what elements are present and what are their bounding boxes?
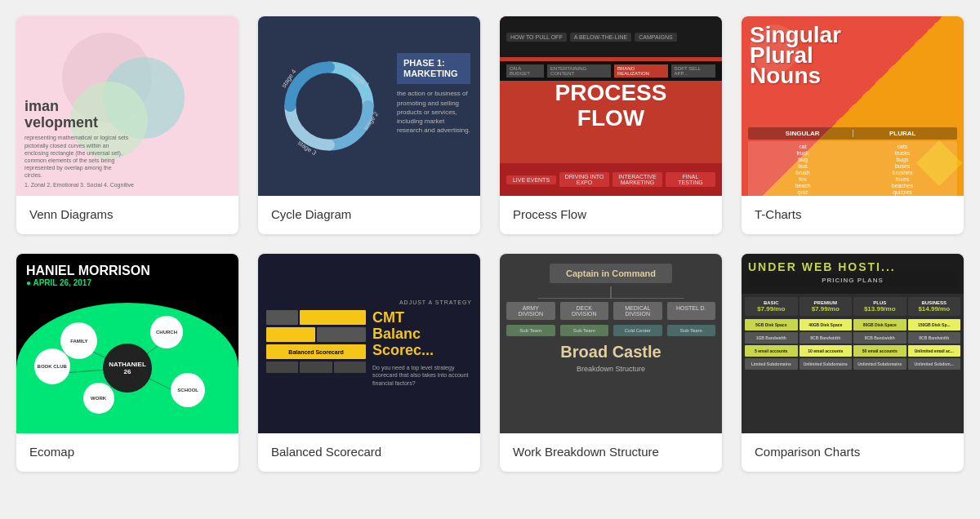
- comp-cell-1-4: 150GB Disk Sp...: [908, 319, 961, 330]
- thumbnail-cycle: stage 1 stage 2 stage 3 stage 4 PHASE 1:…: [258, 16, 480, 196]
- comp-top-area: UNDER WEB HOSTI... PRICING PLANS: [742, 254, 964, 294]
- scorecard-top-grid: [266, 310, 366, 325]
- scorecard-box-2: [300, 310, 366, 325]
- process-footer-3: INTERACTIVE MARKETING: [612, 172, 662, 187]
- scorecard-balanced-label: Balanced Scorecard: [288, 349, 343, 355]
- comp-plan-plus: PLUS $13.99/mo: [853, 297, 906, 316]
- process-tag-1: HOW TO PULL OFF: [506, 33, 567, 42]
- comp-cell-1-2: 40GB Disk Space: [800, 319, 853, 330]
- tcharts-row-7: quizquizzes: [753, 189, 952, 195]
- card-tcharts[interactable]: SingularPluralNouns SINGULAR PLURAL catc…: [742, 16, 964, 234]
- comp-cell-2-4: 8CB Bandwidth: [908, 332, 961, 344]
- process-nav-bar: ON A BUDGET ENTERTAINING CONTENT BRAND R…: [500, 61, 722, 81]
- ecomap-center: NATHANIEL26: [103, 344, 152, 393]
- thumbnail-tcharts: SingularPluralNouns SINGULAR PLURAL catc…: [742, 16, 964, 196]
- tcharts-divider: [853, 130, 853, 137]
- tcharts-row-5: foxfoxes: [753, 176, 952, 182]
- scorecard-box-3: [266, 327, 315, 342]
- card-label-wbs: Work Breakdown Structure: [500, 433, 722, 472]
- scorecard-box-1: [266, 310, 298, 325]
- wbs-army: ARMY DIVISION: [506, 302, 555, 320]
- wbs-big-title: Broad Castle: [560, 343, 661, 362]
- ecomap-satellite-church: CHURCH: [150, 316, 183, 348]
- scorecard-main-area: Balanced Scorecard CMTBalancScorec... Do…: [266, 310, 472, 388]
- ecomap-satellite-school: SCHOOL: [171, 373, 205, 407]
- card-comparison[interactable]: UNDER WEB HOSTI... PRICING PLANS BASIC $…: [742, 254, 964, 472]
- comp-cell-4-4: Unlimited Subdom...: [908, 358, 961, 370]
- wbs-hostel: HOSTEL D.: [667, 302, 716, 320]
- comp-cell-1-1: 5GB Disk Space: [745, 319, 798, 330]
- thumbnail-ecomap: HANIEL MORRISON ● APRIL 26, 2017 NATHANI…: [16, 254, 238, 433]
- comp-cell-2-1: 1GB Bandwidth: [745, 332, 798, 344]
- tcharts-row-4: brushbrushes: [753, 170, 952, 175]
- scorecard-cmt-title: CMTBalancScorec...: [372, 310, 472, 358]
- thumbnail-wbs: Captain in Command ARMY DIVISION DECK DI…: [500, 254, 722, 433]
- tcharts-col-singular: SINGULAR: [753, 130, 853, 137]
- tcharts-col-plural: PLURAL: [853, 130, 953, 137]
- process-footer-4: FINAL TESTING: [666, 172, 715, 187]
- ecomap-person-name: HANIEL MORRISON: [26, 264, 150, 278]
- comp-plan-premium-price: $7.99/mo: [801, 305, 851, 313]
- tcharts-row-3: busbuses: [753, 163, 952, 169]
- comp-feature-row-1: 5GB Disk Space 40GB Disk Space 80GB Disk…: [742, 319, 964, 332]
- scorecard-strategy-label: ADJUST A STRATEGY: [266, 299, 472, 305]
- scorecard-box-7: [334, 362, 366, 373]
- tcharts-word-rows: catcats trucktrucks bugbugs busbuses bru…: [748, 141, 957, 196]
- scorecard-box-4: [317, 327, 366, 342]
- ecomap-header: HANIEL MORRISON ● APRIL 26, 2017: [26, 264, 150, 287]
- wbs-division-row: ARMY DIVISION DECK DIVISION MEDICAL DIVI…: [506, 302, 715, 320]
- venn-numbered: 1. Zonal 2. Emotional 3. Social 4. Cogni…: [24, 182, 134, 188]
- tcharts-header-row: SINGULAR PLURAL: [748, 127, 957, 140]
- comp-cell-2-3: 8CB Bandwidth: [853, 332, 906, 344]
- comp-plans-header: BASIC $7.99/mo PREMIUM $7.99/mo PLUS $13…: [742, 294, 964, 319]
- scorecard-description: Do you need a top level strategy scoreca…: [372, 364, 472, 388]
- ecomap-satellite-family: FAMILY: [60, 322, 97, 359]
- comp-cell-4-1: Limited Subdomains: [745, 358, 798, 370]
- tcharts-table-area: SINGULAR PLURAL catcats trucktrucks bugb…: [742, 16, 964, 196]
- process-tag-3: CAMPAIGNS: [635, 33, 677, 42]
- comp-hosting-title: UNDER WEB HOSTI...: [748, 260, 957, 273]
- comp-plan-premium: PREMIUM $7.99/mo: [800, 297, 853, 316]
- comp-cell-3-2: 10 email accounts: [800, 345, 853, 357]
- comp-pricing-subtitle: PRICING PLANS: [748, 273, 957, 287]
- thumbnail-venn: imanvelopment representing mathematical …: [16, 16, 238, 196]
- ecomap-satellite-work: WORK: [83, 383, 114, 414]
- process-footer: LIVE EVENTS DRIVING INTO EXPO INTERACTIV…: [500, 163, 722, 196]
- thumbnail-comparison: UNDER WEB HOSTI... PRICING PLANS BASIC $…: [742, 254, 964, 433]
- comp-cell-3-1: 5 email accounts: [745, 345, 798, 357]
- comp-feature-row-2: 1GB Bandwidth 8CB Bandwidth 8CB Bandwidt…: [742, 332, 964, 345]
- wbs-connector-top: [506, 286, 715, 299]
- comp-plan-business-price: $14.99/mo: [910, 305, 960, 313]
- comp-cell-2-2: 8CB Bandwidth: [800, 332, 853, 344]
- comp-cell-1-3: 80GB Disk Space: [853, 319, 906, 330]
- process-header: HOW TO PULL OFF A BELOW-THE-LINE CAMPAIG…: [500, 16, 722, 57]
- card-venn[interactable]: imanvelopment representing mathematical …: [16, 16, 238, 234]
- scorecard-box-6: [300, 362, 332, 373]
- comp-cell-3-3: 50 email accounts: [853, 345, 906, 357]
- scorecard-mid-grid: [266, 327, 366, 342]
- ecomap-satellite-bookclub: BOOK CLUB: [34, 348, 70, 384]
- wbs-subtitle: Breakdown Structure: [577, 365, 645, 373]
- comp-cell-3-4: Unlimited email ac...: [908, 345, 961, 357]
- tcharts-row-2: bugbugs: [753, 157, 952, 162]
- ecomap-date: ● APRIL 26, 2017: [26, 278, 150, 287]
- process-footer-2: DRIVING INTO EXPO: [559, 172, 609, 187]
- card-ecomap[interactable]: HANIEL MORRISON ● APRIL 26, 2017 NATHANI…: [16, 254, 238, 472]
- card-cycle[interactable]: stage 1 stage 2 stage 3 stage 4 PHASE 1:…: [258, 16, 480, 234]
- wbs-sub-4: Sub Team: [667, 325, 716, 336]
- comp-plan-basic: BASIC $7.99/mo: [745, 297, 798, 316]
- ecomap-green-area: NATHANIEL26 FAMILY CHURCH SCHOOL WORK BO…: [16, 303, 238, 433]
- wbs-sub-rows: Sub Team Sub Team Cold Center Sub Team: [506, 325, 715, 336]
- card-label-scorecard: Balanced Scorecard: [258, 433, 480, 472]
- card-wbs[interactable]: Captain in Command ARMY DIVISION DECK DI…: [500, 254, 722, 472]
- scorecard-bot-grid: [266, 362, 366, 373]
- wbs-medical: MEDICAL DIVISION: [613, 302, 662, 320]
- cycle-phase-label: PHASE 1:MARKETING: [397, 53, 470, 84]
- comp-cell-4-3: Unlimited Subdomains: [853, 358, 906, 370]
- card-process[interactable]: HOW TO PULL OFF A BELOW-THE-LINE CAMPAIG…: [500, 16, 722, 234]
- wbs-sub-3: Cold Center: [613, 325, 662, 336]
- card-label-process: Process Flow: [500, 196, 722, 234]
- card-scorecard[interactable]: ADJUST A STRATEGY Balanced Scorecard: [258, 254, 480, 472]
- thumbnail-process: HOW TO PULL OFF A BELOW-THE-LINE CAMPAIG…: [500, 16, 722, 196]
- tcharts-row-6: beachbeaches: [753, 183, 952, 189]
